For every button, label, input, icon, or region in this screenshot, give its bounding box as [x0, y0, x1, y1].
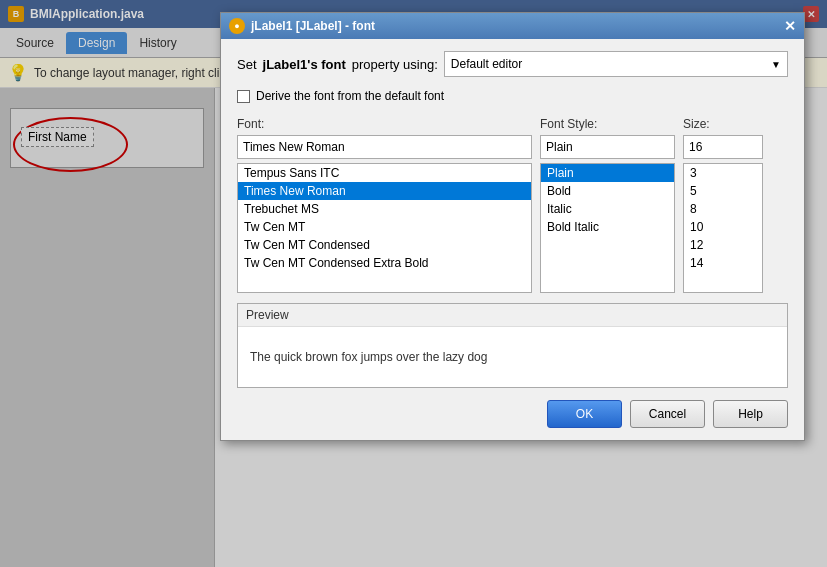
font-col-header: Font:	[237, 117, 532, 131]
font-style-input[interactable]	[540, 135, 675, 159]
derive-label: Derive the font from the default font	[256, 89, 444, 103]
font-list-item[interactable]: Tw Cen MT Condensed	[238, 236, 531, 254]
editor-dropdown-label: Default editor	[451, 57, 522, 71]
set-font-using: property using:	[352, 57, 438, 72]
font-inputs	[237, 135, 788, 159]
derive-checkbox[interactable]	[237, 90, 250, 103]
style-col-header: Font Style:	[540, 117, 675, 131]
font-name-input[interactable]	[237, 135, 532, 159]
set-font-bold: jLabel1's font	[263, 57, 346, 72]
font-lists: Tempus Sans ITCTimes New RomanTrebuchet …	[237, 163, 788, 293]
editor-dropdown[interactable]: Default editor ▼	[444, 51, 788, 77]
size-list-item[interactable]: 3	[684, 164, 762, 182]
dialog-buttons: OK Cancel Help	[237, 400, 788, 428]
preview-title: Preview	[238, 304, 787, 327]
size-col-header: Size:	[683, 117, 763, 131]
font-style-list[interactable]: PlainBoldItalicBold Italic	[540, 163, 675, 293]
font-column-headers: Font: Font Style: Size:	[237, 117, 788, 131]
size-list-item[interactable]: 5	[684, 182, 762, 200]
font-list-item[interactable]: Tw Cen MT	[238, 218, 531, 236]
preview-content: The quick brown fox jumps over the lazy …	[238, 327, 787, 387]
cancel-button[interactable]: Cancel	[630, 400, 705, 428]
preview-text: The quick brown fox jumps over the lazy …	[250, 350, 487, 364]
style-list-item[interactable]: Bold	[541, 182, 674, 200]
font-name-list[interactable]: Tempus Sans ITCTimes New RomanTrebuchet …	[237, 163, 532, 293]
font-list-item[interactable]: Tw Cen MT Condensed Extra Bold	[238, 254, 531, 272]
set-font-text: Set	[237, 57, 257, 72]
dialog-body: Set jLabel1's font property using: Defau…	[221, 39, 804, 440]
size-list-item[interactable]: 10	[684, 218, 762, 236]
font-list-item[interactable]: Trebuchet MS	[238, 200, 531, 218]
size-list-item[interactable]: 14	[684, 254, 762, 272]
style-list-item[interactable]: Bold Italic	[541, 218, 674, 236]
font-size-list[interactable]: 358101214	[683, 163, 763, 293]
help-button[interactable]: Help	[713, 400, 788, 428]
dialog-titlebar: ● jLabel1 [JLabel] - font ✕	[221, 13, 804, 39]
size-list-item[interactable]: 12	[684, 236, 762, 254]
dialog-title: jLabel1 [JLabel] - font	[251, 19, 375, 33]
set-font-row: Set jLabel1's font property using: Defau…	[237, 51, 788, 77]
font-list-item[interactable]: Times New Roman	[238, 182, 531, 200]
font-size-input[interactable]	[683, 135, 763, 159]
dialog-close-button[interactable]: ✕	[784, 18, 796, 34]
style-list-item[interactable]: Italic	[541, 200, 674, 218]
font-dialog: ● jLabel1 [JLabel] - font ✕ Set jLabel1'…	[220, 12, 805, 441]
dropdown-arrow-icon: ▼	[771, 59, 781, 70]
preview-box: Preview The quick brown fox jumps over t…	[237, 303, 788, 388]
style-list-item[interactable]: Plain	[541, 164, 674, 182]
dialog-icon: ●	[229, 18, 245, 34]
derive-row: Derive the font from the default font	[237, 89, 788, 103]
size-list-item[interactable]: 8	[684, 200, 762, 218]
font-list-item[interactable]: Tempus Sans ITC	[238, 164, 531, 182]
ok-button[interactable]: OK	[547, 400, 622, 428]
